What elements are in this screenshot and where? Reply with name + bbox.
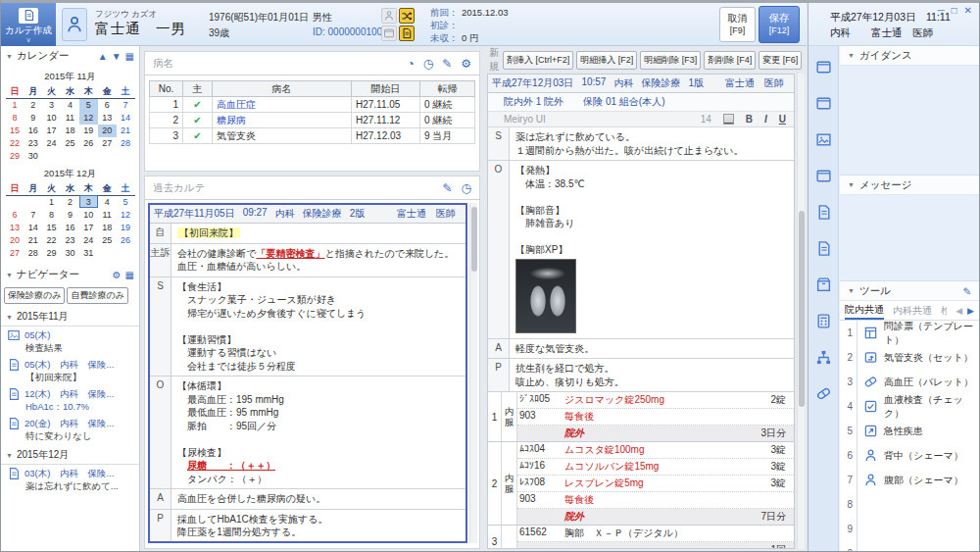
tool-item[interactable]: 1問診票（テンプレート） bbox=[840, 321, 979, 345]
tab-scroll-left-icon[interactable]: ◀ bbox=[956, 306, 962, 316]
calendar-day[interactable]: 26 bbox=[117, 233, 135, 246]
rx-line[interactable]: ﾑｺｿ16ムコソルバン錠15mg3錠 bbox=[517, 459, 794, 476]
calendar-day[interactable]: 20 bbox=[6, 233, 24, 246]
calendar-icon[interactable]: ▦ bbox=[125, 51, 134, 62]
disease-name[interactable]: 高血圧症 bbox=[213, 97, 352, 113]
tools-tab[interactable]: 内科共通 bbox=[893, 301, 932, 320]
calendar-day[interactable]: 23 bbox=[24, 137, 42, 150]
rx-line[interactable]: 903毎食後 bbox=[517, 409, 794, 426]
calendar-day[interactable]: 7 bbox=[24, 208, 42, 221]
navigator-item[interactable]: 12(木) 内科 保険...HbA1c：10.7% bbox=[1, 385, 139, 415]
navigator-group-header[interactable]: ▼2015年11月 bbox=[1, 306, 139, 326]
calendar-next-icon[interactable]: ▼ bbox=[112, 51, 122, 62]
disease-row[interactable]: 1✔高血圧症H27.11.050 継続 bbox=[150, 97, 475, 113]
navigator-group-header[interactable]: ▼2015年12月 bbox=[1, 444, 139, 465]
bold-button[interactable]: B bbox=[746, 114, 753, 125]
delete-detail-button[interactable]: 明細削除 [F3] bbox=[640, 51, 701, 70]
calendar-day[interactable]: 13 bbox=[98, 112, 117, 125]
guidance-section-header[interactable]: ▼ ガイダンス bbox=[840, 46, 979, 66]
calendar-day[interactable]: 3 bbox=[79, 195, 98, 208]
calendar-day[interactable]: 15 bbox=[6, 125, 24, 137]
clock-icon[interactable]: ◷ bbox=[423, 57, 433, 71]
soap-text[interactable]: 【体循環】 最高血圧：195 mmHg 最低血圧：95 mmHg 脈拍 ：95回… bbox=[172, 376, 466, 488]
disease-row[interactable]: 3✔気管支炎H27.12.039 当月 bbox=[150, 128, 475, 144]
calendar-day[interactable]: 4 bbox=[98, 195, 117, 208]
calendar-day[interactable]: 3 bbox=[42, 99, 61, 112]
navigator-item[interactable]: 20(金) 内科 保険...特に変わりなし bbox=[1, 415, 139, 444]
device-window-icon[interactable] bbox=[815, 168, 832, 184]
font-color-button[interactable] bbox=[723, 114, 734, 125]
chart-window-icon[interactable] bbox=[815, 59, 832, 75]
order-box-icon[interactable] bbox=[815, 276, 832, 293]
close-icon[interactable]: ✕ bbox=[964, 5, 972, 16]
tools-section-header[interactable]: ▼ ツール ✎ bbox=[840, 281, 979, 301]
prescription-pill-icon[interactable] bbox=[815, 385, 832, 402]
visit-status-icon[interactable] bbox=[381, 8, 397, 24]
calendar-day[interactable]: 6 bbox=[6, 208, 24, 221]
calendar-day[interactable]: 14 bbox=[117, 112, 135, 125]
tool-item[interactable]: 7腹部（シェーマ） bbox=[840, 468, 979, 492]
calendar-day[interactable]: 10 bbox=[79, 208, 98, 221]
past-chart-scrollbar[interactable] bbox=[469, 203, 477, 543]
rx-group[interactable]: 2内服ﾑｺｽ04ムコスタ錠100mg3錠ﾑｺｿ16ムコソルバン錠15mg3錠ﾚｽ… bbox=[488, 442, 794, 526]
rx-line[interactable]: 61562胸部 Ｘ－Ｐ（デジタル） bbox=[517, 526, 794, 542]
tool-item[interactable]: 2気管支炎（セット） bbox=[840, 345, 979, 370]
calendar-day[interactable]: 4 bbox=[61, 99, 79, 112]
document-status-icon[interactable] bbox=[399, 25, 415, 41]
calendar-day[interactable]: 20 bbox=[98, 125, 117, 137]
calendar-day[interactable]: 28 bbox=[24, 246, 42, 259]
tools-tab[interactable]: 院内共通 bbox=[845, 301, 884, 320]
calendar-day[interactable]: 21 bbox=[24, 233, 42, 246]
order-transfer-icon[interactable] bbox=[399, 8, 415, 24]
rx-group[interactable]: 361562胸部 Ｘ－Ｐ（デジタル）1回 bbox=[488, 526, 794, 549]
soap-text[interactable]: 抗生剤を経口で処方。咳止め、痰切りも処方。 bbox=[510, 359, 794, 391]
change-button[interactable]: 変更 [F6] bbox=[759, 51, 802, 70]
insert-detail-button[interactable]: 明細挿入 [F2] bbox=[576, 51, 637, 70]
tool-item[interactable]: 0 bbox=[840, 541, 979, 551]
chest-xray-image[interactable] bbox=[515, 259, 576, 333]
rx-line[interactable]: 院外7日分 bbox=[517, 509, 794, 525]
soap-text[interactable]: 【初回来院】 bbox=[172, 224, 466, 243]
rx-line[interactable]: ブロプレス錠4 4mg1錠 bbox=[179, 543, 466, 544]
settings-icon[interactable]: ⚙ bbox=[461, 57, 471, 71]
calendar-prev-icon[interactable]: ▲ bbox=[98, 51, 108, 62]
calendar-day[interactable]: 24 bbox=[79, 233, 98, 246]
calendar-day[interactable]: 8 bbox=[6, 112, 24, 125]
past-chart-entry-header[interactable]: 平成27年11月05日 09:27 内科 保険診療 2版 富士通 医師 bbox=[150, 205, 466, 224]
maximize-icon[interactable]: □ bbox=[952, 5, 957, 16]
calendar-day[interactable]: 27 bbox=[6, 246, 24, 259]
clock-icon[interactable]: ◷ bbox=[462, 181, 471, 195]
calendar-day[interactable]: 9 bbox=[61, 208, 79, 221]
calendar-day[interactable]: 13 bbox=[6, 221, 24, 233]
rx-line[interactable]: ｼﾞｽﾛ05ジスロマック錠250mg2錠 bbox=[517, 392, 794, 409]
calendar-day[interactable]: 16 bbox=[24, 125, 42, 137]
tool-item[interactable]: 8 bbox=[840, 492, 979, 517]
tool-item[interactable]: 3高血圧（パレット） bbox=[840, 370, 979, 394]
memo-document-icon[interactable] bbox=[815, 240, 832, 257]
patient-window-icon[interactable] bbox=[815, 95, 832, 112]
delete-group-button[interactable]: 剤削除 [F4] bbox=[704, 51, 756, 70]
calendar-day[interactable]: 1 bbox=[6, 99, 24, 112]
calendar-day[interactable]: 27 bbox=[98, 137, 117, 150]
s-document-icon[interactable] bbox=[815, 204, 832, 221]
tool-item[interactable]: 5急性疾患 bbox=[840, 419, 979, 443]
rx-line[interactable]: 1回 bbox=[517, 542, 794, 549]
network-icon[interactable] bbox=[815, 349, 832, 366]
calendar-day[interactable]: 19 bbox=[117, 221, 135, 233]
karte-create-button[interactable]: カルテ作成 ∨ bbox=[1, 3, 56, 46]
rx-line[interactable]: 院外3日分 bbox=[517, 426, 794, 441]
navigator-settings-icon[interactable]: ⚙ bbox=[113, 270, 122, 280]
rx-line[interactable]: ﾚｽﾌ08レスプレン錠5mg3錠 bbox=[517, 476, 794, 492]
tab-scroll-right-icon[interactable]: ▶ bbox=[967, 306, 974, 316]
calendar-day[interactable]: 31 bbox=[79, 246, 98, 259]
calendar-day[interactable]: 1 bbox=[42, 195, 61, 208]
calendar-day[interactable]: 11 bbox=[61, 112, 79, 125]
calendar-day[interactable]: 8 bbox=[42, 208, 61, 221]
tools-edit-icon[interactable]: ✎ bbox=[962, 285, 971, 297]
navigator-item[interactable]: 03(木) 内科 保険...薬は忘れずに飲めて... bbox=[1, 465, 139, 494]
tools-tab[interactable]: 検 bbox=[941, 301, 947, 320]
calendar-day[interactable]: 12 bbox=[79, 112, 98, 125]
italic-button[interactable]: I bbox=[764, 114, 767, 125]
calendar-day[interactable]: 7 bbox=[117, 99, 135, 112]
calendar-day[interactable]: 2 bbox=[61, 195, 79, 208]
